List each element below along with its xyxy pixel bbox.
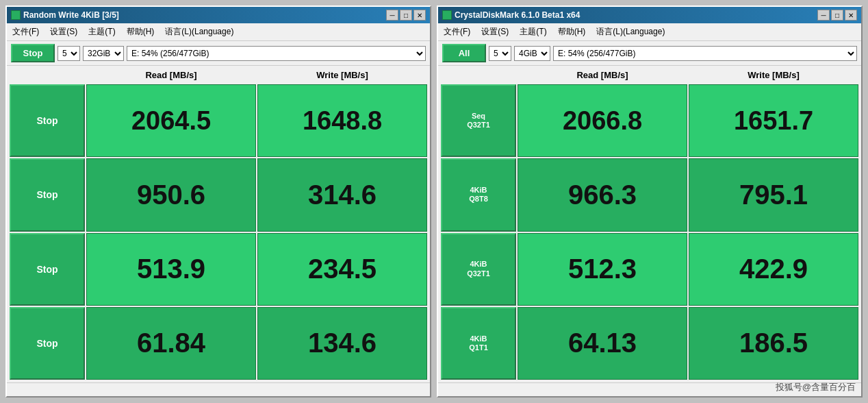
right-all-button-top[interactable]: All	[442, 44, 486, 62]
left-row-1: Stop 950.6 314.6	[10, 158, 427, 231]
right-read-2: 512.3	[518, 233, 687, 306]
right-title-left: CrystalDiskMark 6.1.0 Beta1 x64	[442, 10, 580, 20]
right-title-icon	[442, 10, 452, 20]
left-menu-settings[interactable]: 设置(S)	[47, 25, 80, 39]
left-maximize-button[interactable]: □	[400, 10, 412, 21]
left-read-2: 513.9	[86, 233, 256, 306]
right-label-btn-0[interactable]: Seq Q32T1	[441, 84, 516, 157]
left-write-0: 1648.8	[257, 84, 427, 157]
left-read-0: 2064.5	[86, 84, 256, 157]
left-stop-btn-3[interactable]: Stop	[10, 307, 85, 380]
left-menu-theme[interactable]: 主题(T)	[86, 25, 118, 39]
right-header-row: Read [MB/s] Write [MB/s]	[441, 69, 858, 82]
right-minimize-button[interactable]: ─	[817, 10, 830, 21]
right-write-1: 795.1	[689, 158, 858, 231]
left-window-title: Random Write 4KiB [3/5]	[23, 10, 119, 20]
watermark: 投狐号@含量百分百	[776, 381, 856, 393]
left-minimize-button[interactable]: ─	[386, 10, 398, 21]
right-row-3: 4KiB Q1T1 64.13 186.5	[441, 307, 858, 380]
right-title-controls: ─ □ ✕	[817, 10, 857, 21]
left-count-dropdown[interactable]: 5	[58, 46, 80, 61]
left-menu-file[interactable]: 文件(F)	[10, 25, 42, 39]
right-write-2: 422.9	[689, 233, 858, 306]
right-main-area: Read [MB/s] Write [MB/s] Seq Q32T1 2066.…	[438, 66, 861, 382]
left-menu-bar: 文件(F) 设置(S) 主题(T) 帮助(H) 语言(L)(Language)	[7, 23, 430, 41]
left-row-0: Stop 2064.5 1648.8	[10, 84, 427, 157]
left-row-3: Stop 61.84 134.6	[10, 307, 427, 380]
right-menu-bar: 文件(F) 设置(S) 主题(T) 帮助(H) 语言(L)(Language)	[438, 23, 861, 41]
right-count-dropdown[interactable]: 5	[489, 46, 511, 61]
right-menu-theme[interactable]: 主题(T)	[517, 25, 549, 39]
left-stop-btn-0[interactable]: Stop	[10, 84, 85, 157]
left-status-bar	[7, 382, 430, 396]
right-toolbar: All 5 4GiB E: 54% (256/477GiB)	[438, 41, 861, 66]
right-drive-dropdown[interactable]: E: 54% (256/477GiB)	[553, 46, 857, 61]
left-main-area: Read [MB/s] Write [MB/s] Stop 2064.5 164…	[7, 66, 430, 382]
left-menu-help[interactable]: 帮助(H)	[124, 25, 157, 39]
right-menu-settings[interactable]: 设置(S)	[478, 25, 511, 39]
left-title-bar: Random Write 4KiB [3/5] ─ □ ✕	[7, 7, 430, 23]
right-menu-help[interactable]: 帮助(H)	[555, 25, 589, 39]
left-stop-button-top[interactable]: Stop	[11, 44, 55, 62]
right-close-button[interactable]: ✕	[845, 10, 857, 21]
right-write-0: 1651.7	[689, 84, 858, 157]
right-menu-file[interactable]: 文件(F)	[441, 25, 473, 39]
left-header-write: Write [MB/s]	[257, 69, 427, 82]
left-title-controls: ─ □ ✕	[386, 10, 426, 21]
right-label-btn-2[interactable]: 4KiB Q32T1	[441, 233, 516, 306]
left-title-icon	[11, 10, 21, 20]
left-write-2: 234.5	[257, 233, 427, 306]
left-stop-btn-1[interactable]: Stop	[10, 158, 85, 231]
right-menu-language[interactable]: 语言(L)(Language)	[593, 25, 667, 39]
right-label-btn-1[interactable]: 4KiB Q8T8	[441, 158, 516, 231]
right-header-col1	[441, 69, 516, 82]
right-maximize-button[interactable]: □	[831, 10, 843, 21]
right-header-read: Read [MB/s]	[518, 69, 687, 82]
right-read-1: 966.3	[518, 158, 687, 231]
left-menu-language[interactable]: 语言(L)(Language)	[162, 25, 236, 39]
left-header-row: Read [MB/s] Write [MB/s]	[10, 69, 427, 82]
left-header-col1	[10, 69, 85, 82]
left-toolbar: Stop 5 32GiB E: 54% (256/477GiB)	[7, 41, 430, 66]
left-read-1: 950.6	[86, 158, 256, 231]
right-size-dropdown[interactable]: 4GiB	[514, 46, 550, 61]
left-read-3: 61.84	[86, 307, 256, 380]
left-write-1: 314.6	[257, 158, 427, 231]
right-write-3: 186.5	[689, 307, 858, 380]
right-window-title: CrystalDiskMark 6.1.0 Beta1 x64	[455, 10, 580, 20]
right-window: CrystalDiskMark 6.1.0 Beta1 x64 ─ □ ✕ 文件…	[437, 5, 863, 398]
left-window: Random Write 4KiB [3/5] ─ □ ✕ 文件(F) 设置(S…	[5, 5, 431, 398]
left-title-left: Random Write 4KiB [3/5]	[11, 10, 119, 20]
right-title-bar: CrystalDiskMark 6.1.0 Beta1 x64 ─ □ ✕	[438, 7, 861, 23]
left-size-dropdown[interactable]: 32GiB	[83, 46, 124, 61]
right-read-3: 64.13	[518, 307, 687, 380]
right-row-2: 4KiB Q32T1 512.3 422.9	[441, 233, 858, 306]
left-drive-dropdown[interactable]: E: 54% (256/477GiB)	[127, 46, 426, 61]
right-read-0: 2066.8	[518, 84, 687, 157]
right-row-0: Seq Q32T1 2066.8 1651.7	[441, 84, 858, 157]
left-write-3: 134.6	[257, 307, 427, 380]
right-header-write: Write [MB/s]	[689, 69, 858, 82]
left-row-2: Stop 513.9 234.5	[10, 233, 427, 306]
left-header-read: Read [MB/s]	[86, 69, 256, 82]
right-row-1: 4KiB Q8T8 966.3 795.1	[441, 158, 858, 231]
right-label-btn-3[interactable]: 4KiB Q1T1	[441, 307, 516, 380]
left-close-button[interactable]: ✕	[413, 10, 426, 21]
left-stop-btn-2[interactable]: Stop	[10, 233, 85, 306]
